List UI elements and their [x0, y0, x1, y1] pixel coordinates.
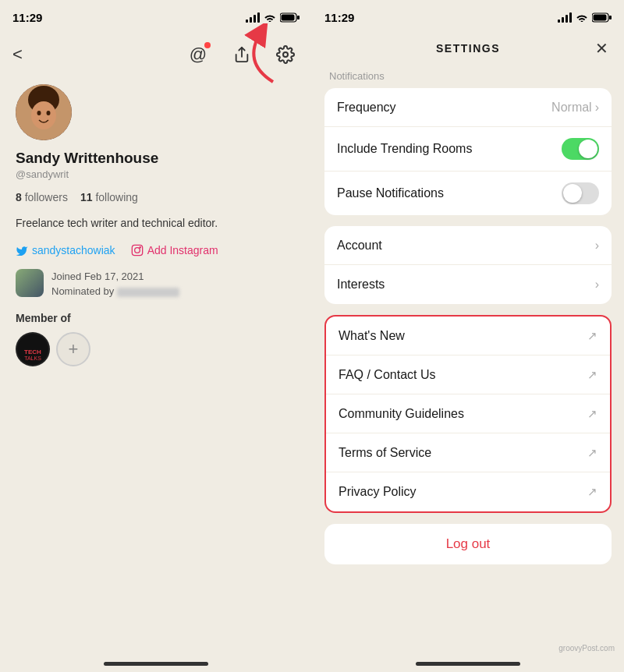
mention-button[interactable]: @	[184, 41, 212, 69]
twitter-icon	[16, 245, 28, 256]
profile-name: Sandy Writtenhouse	[16, 150, 296, 167]
battery-icon-right	[592, 12, 612, 23]
toggle-thumb-on	[579, 140, 597, 158]
faq-label: FAQ / Contact Us	[339, 368, 587, 382]
top-bar-left: < @	[0, 34, 312, 75]
faq-external-icon: ↗	[587, 368, 597, 382]
include-trending-row: Include Trending Rooms	[324, 127, 612, 172]
privacy-external-icon: ↗	[587, 485, 597, 499]
settings-button[interactable]	[271, 41, 300, 69]
svg-point-13	[140, 246, 140, 247]
instagram-link[interactable]: Add Instagram	[131, 244, 218, 256]
twitter-link[interactable]: sandystachowiak	[16, 244, 115, 256]
community-label: Community Guidelines	[339, 407, 587, 421]
account-interests-card: Account › Interests ›	[324, 226, 612, 304]
account-chevron: ›	[595, 239, 599, 253]
interests-label: Interests	[337, 278, 595, 292]
status-icons-left	[246, 12, 300, 23]
whats-new-external-icon: ↗	[587, 329, 597, 343]
pause-notifications-toggle[interactable]	[562, 182, 599, 204]
status-time-left: 11:29	[12, 11, 42, 24]
follow-row: 8 followers 11 following	[16, 191, 296, 203]
nominator-name	[117, 288, 179, 297]
share-button[interactable]	[228, 41, 256, 69]
community-row[interactable]: Community Guidelines ↗	[326, 394, 610, 433]
bio-text: Freelance tech writer and technical edit…	[16, 216, 296, 232]
interests-chevron: ›	[595, 278, 599, 292]
settings-title: SETTINGS	[436, 42, 500, 55]
watermark: groovyPost.com	[312, 641, 624, 657]
account-label: Account	[337, 239, 595, 253]
links-card: What's New ↗ FAQ / Contact Us ↗ Communit…	[324, 315, 612, 513]
gear-icon	[276, 45, 295, 64]
community-external-icon: ↗	[587, 407, 597, 421]
left-panel: 11:29 < @	[0, 0, 312, 672]
following-count: 11 following	[80, 191, 138, 203]
back-button[interactable]: <	[12, 44, 23, 65]
account-row[interactable]: Account ›	[324, 226, 612, 265]
terms-row[interactable]: Terms of Service ↗	[326, 433, 610, 472]
frequency-chevron: ›	[595, 101, 599, 115]
member-section: Member of TECH TALKS +	[0, 312, 312, 366]
terms-label: Terms of Service	[339, 446, 587, 460]
close-button[interactable]: ✕	[595, 39, 608, 58]
terms-external-icon: ↗	[587, 446, 597, 460]
club-avatar[interactable]: TECH TALKS	[16, 332, 50, 366]
avatar-image	[16, 84, 72, 140]
instagram-icon	[131, 244, 144, 256]
svg-point-12	[134, 247, 140, 253]
profile-handle: @sandywrit	[16, 168, 296, 180]
toggle-thumb-off	[563, 184, 582, 203]
svg-rect-2	[282, 14, 295, 20]
include-trending-toggle[interactable]	[562, 138, 599, 160]
privacy-row[interactable]: Privacy Policy ↗	[326, 472, 610, 511]
include-trending-label: Include Trending Rooms	[337, 142, 562, 156]
settings-header: SETTINGS ✕	[312, 34, 624, 67]
frequency-row[interactable]: Frequency Normal ›	[324, 88, 612, 127]
svg-rect-19	[594, 14, 607, 20]
svg-text:TECH: TECH	[24, 348, 41, 355]
profile-section: Sandy Writtenhouse @sandywrit 8 follower…	[0, 75, 312, 312]
club-icon: TECH TALKS	[17, 334, 48, 365]
notifications-section-label: Notifications	[324, 67, 612, 88]
logout-card: Log out	[324, 524, 612, 564]
right-panel: 11:29 SETTINGS ✕ Notifications	[312, 0, 624, 672]
frequency-value: Normal	[551, 101, 592, 115]
svg-point-9	[37, 111, 41, 115]
member-label: Member of	[16, 312, 296, 324]
notification-dot	[204, 42, 211, 48]
social-row: sandystachowiak Add Instagram	[16, 244, 296, 256]
status-time-right: 11:29	[324, 11, 354, 24]
svg-rect-1	[297, 16, 300, 19]
status-bar-right: 11:29	[312, 0, 624, 34]
joined-row: Joined Feb 17, 2021 Nominated by	[16, 269, 296, 299]
status-bar-left: 11:29	[0, 0, 312, 34]
followers-count: 8 followers	[16, 191, 68, 203]
privacy-label: Privacy Policy	[339, 485, 587, 499]
notifications-card: Frequency Normal › Include Trending Room…	[324, 88, 612, 215]
status-icons-right	[558, 12, 612, 23]
home-indicator-right	[416, 662, 520, 666]
svg-point-4	[283, 52, 288, 57]
svg-rect-18	[609, 16, 612, 19]
interests-row[interactable]: Interests ›	[324, 265, 612, 304]
whats-new-label: What's New	[339, 329, 587, 343]
home-indicator-left	[104, 662, 208, 666]
logout-button[interactable]: Log out	[324, 524, 612, 564]
at-icon: @	[190, 44, 207, 65]
member-circles: TECH TALKS +	[16, 332, 296, 366]
joined-text: Joined Feb 17, 2021 Nominated by	[51, 269, 179, 299]
frequency-label: Frequency	[337, 101, 551, 115]
svg-point-10	[47, 111, 51, 115]
whats-new-row[interactable]: What's New ↗	[326, 317, 610, 355]
pause-notifications-label: Pause Notifications	[337, 186, 562, 200]
add-club-button[interactable]: +	[56, 332, 90, 366]
svg-point-8	[31, 101, 56, 129]
nominator-avatar	[16, 269, 44, 297]
svg-rect-11	[132, 245, 142, 255]
battery-icon	[280, 12, 300, 23]
faq-row[interactable]: FAQ / Contact Us ↗	[326, 355, 610, 394]
svg-text:TALKS: TALKS	[24, 355, 41, 361]
share-icon	[233, 46, 250, 63]
avatar	[16, 84, 72, 140]
